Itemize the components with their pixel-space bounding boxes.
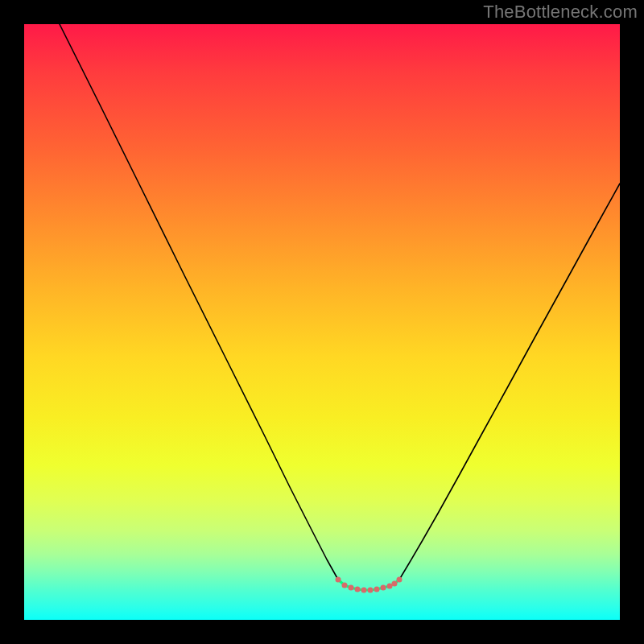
- chart-curves: [24, 24, 620, 620]
- chart-gradient-area: [24, 24, 620, 620]
- valley-marker: [392, 581, 398, 587]
- valley-marker: [387, 584, 393, 589]
- valley-marker: [374, 587, 380, 592]
- chart-frame: TheBottleneck.com: [0, 0, 644, 644]
- valley-marker: [368, 588, 374, 593]
- valley-marker: [355, 587, 361, 592]
- valley-marker: [349, 585, 354, 591]
- valley-marker: [336, 577, 341, 583]
- valley-marker: [397, 577, 402, 583]
- valley-marker: [361, 588, 367, 593]
- valley-marker: [342, 583, 348, 588]
- right-curve: [399, 184, 620, 580]
- left-curve: [60, 24, 338, 580]
- valley-marker: [381, 585, 386, 591]
- watermark-text: TheBottleneck.com: [483, 2, 638, 23]
